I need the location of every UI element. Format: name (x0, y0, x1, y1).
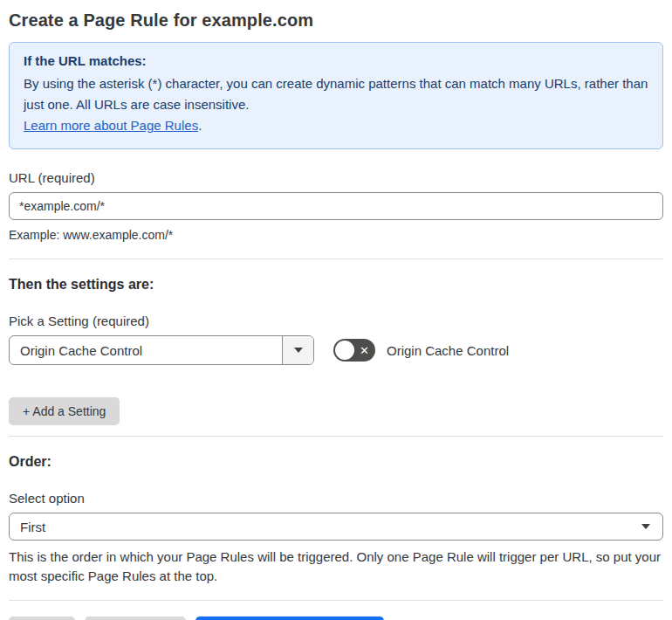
create-page-rule-form: Create a Page Rule for example.com If th… (0, 0, 672, 620)
divider (9, 436, 663, 437)
toggle-label: Origin Cache Control (387, 343, 509, 358)
page-title: Create a Page Rule for example.com (9, 10, 663, 31)
info-box-body: By using the asterisk (*) character, you… (24, 73, 648, 115)
order-select-value: First (20, 520, 45, 534)
url-field-label: URL (required) (9, 170, 663, 185)
chevron-down-icon (641, 524, 650, 529)
save-deploy-button[interactable]: Save and Deploy Page Rule (195, 617, 384, 620)
url-example-helper: Example: www.example.com/* (9, 226, 663, 245)
pick-setting-label: Pick a Setting (required) (9, 313, 663, 328)
url-match-info-box: If the URL matches: By using the asteris… (9, 42, 663, 149)
order-section-heading: Order: (9, 454, 663, 470)
order-select[interactable]: First (9, 513, 663, 541)
order-helper-text: This is the order in which your Page Rul… (9, 548, 663, 586)
settings-section-heading: Then the settings are: (9, 277, 663, 293)
origin-cache-control-toggle[interactable]: ✕ (333, 339, 375, 362)
url-input[interactable] (9, 192, 663, 220)
setting-select[interactable]: Origin Cache Control (9, 335, 314, 365)
setting-select-value: Origin Cache Control (10, 336, 282, 364)
add-setting-button[interactable]: + Add a Setting (9, 397, 120, 425)
setting-select-arrow-button[interactable] (282, 336, 313, 364)
info-box-heading: If the URL matches: (24, 53, 648, 68)
footer-actions: Cancel Save as Draft Save and Deploy Pag… (9, 617, 663, 620)
learn-more-link[interactable]: Learn more about Page Rules (24, 118, 198, 133)
divider (9, 258, 663, 259)
divider (9, 600, 663, 601)
toggle-knob (335, 341, 354, 360)
select-option-label: Select option (9, 491, 663, 506)
info-box-link-row: Learn more about Page Rules. (24, 115, 648, 136)
toggle-off-icon: ✕ (360, 345, 369, 356)
chevron-down-icon (294, 348, 303, 353)
setting-row: Origin Cache Control ✕ Origin Cache Cont… (9, 335, 663, 365)
cancel-button[interactable]: Cancel (9, 617, 75, 620)
link-suffix: . (198, 118, 202, 133)
save-draft-button[interactable]: Save as Draft (85, 617, 187, 620)
